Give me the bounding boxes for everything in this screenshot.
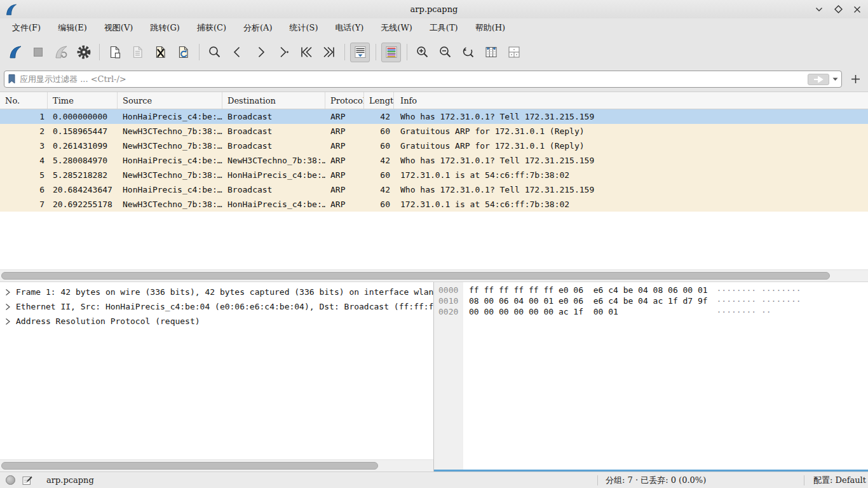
column-header-no[interactable]: No.: [0, 92, 48, 109]
status-filename[interactable]: arp.pcapng: [46, 475, 94, 485]
restart-capture-icon[interactable]: [51, 43, 71, 62]
capture-options-icon[interactable]: [74, 43, 93, 62]
detail-text: Ethernet II, Src: HonHaiPrecis_c4:be:04 …: [16, 302, 433, 311]
save-file-icon[interactable]: [128, 43, 147, 62]
hex-dump: ff ff ff ff ff ff e0 06 e6 c4 be 04 08 0…: [463, 282, 868, 471]
capture-comment-icon[interactable]: [22, 475, 32, 485]
display-filter-input[interactable]: [16, 74, 808, 84]
add-filter-button-icon[interactable]: [848, 72, 863, 87]
packet-cell-length: 60: [364, 197, 394, 212]
status-profile[interactable]: 配置: Default: [813, 475, 866, 486]
find-packet-icon[interactable]: [205, 43, 224, 62]
filter-dropdown-caret-icon[interactable]: [832, 78, 839, 81]
expand-chevron-icon[interactable]: [5, 303, 11, 311]
colorize-toggle-icon[interactable]: [381, 43, 401, 62]
go-to-packet-icon[interactable]: [273, 43, 293, 62]
detail-text: Address Resolution Protocol (request): [16, 316, 200, 326]
expand-chevron-icon[interactable]: [5, 288, 11, 296]
menu-telephony[interactable]: 电话(Y): [330, 20, 370, 36]
column-header-length[interactable]: Length: [364, 92, 394, 109]
packet-row[interactable]: 30.261431099NewH3CTechno_7b:38:…Broadcas…: [0, 139, 868, 153]
column-header-time[interactable]: Time: [48, 92, 118, 109]
hex-offset: 0020: [434, 307, 463, 318]
packet-list: 10.000000000HonHaiPrecis_c4:be:…Broadcas…: [0, 109, 868, 212]
packet-cell-length: 42: [364, 109, 394, 124]
detail-tree-item[interactable]: Address Resolution Protocol (request): [0, 314, 433, 329]
layout-icon[interactable]: [504, 43, 524, 62]
scrollbar-thumb[interactable]: [1, 272, 830, 280]
packet-row[interactable]: 20.158965447NewH3CTechno_7b:38:…Broadcas…: [0, 124, 868, 139]
packet-cell-info: Gratuitous ARP for 172.31.0.1 (Reply): [394, 124, 868, 139]
resize-columns-icon[interactable]: [481, 43, 501, 62]
go-back-icon[interactable]: [227, 43, 247, 62]
packet-cell-no: 1: [0, 109, 48, 124]
packet-cell-length: 60: [364, 139, 394, 153]
menu-wireless[interactable]: 无线(W): [375, 20, 418, 36]
packet-cell-source: NewH3CTechno_7b:38:…: [118, 168, 222, 182]
menu-file[interactable]: 文件(F): [6, 20, 46, 36]
zoom-out-icon[interactable]: [435, 43, 455, 62]
menu-tools[interactable]: 工具(T): [424, 20, 464, 36]
packet-row[interactable]: 55.285218282NewH3CTechno_7b:38:…HonHaiPr…: [0, 168, 868, 182]
apply-filter-icon[interactable]: [808, 74, 829, 85]
hex-ascii[interactable]: ········ ··: [717, 307, 771, 318]
hex-bytes[interactable]: 08 00 06 04 00 01 e0 06 e6 c4 be 04 ac 1…: [469, 296, 713, 307]
packet-list-hscrollbar[interactable]: [0, 269, 868, 281]
hex-row[interactable]: ff ff ff ff ff ff e0 06 e6 c4 be 04 08 0…: [463, 285, 868, 296]
go-last-packet-icon[interactable]: [319, 43, 339, 62]
expand-chevron-icon[interactable]: [5, 318, 11, 325]
detail-tree-item[interactable]: Ethernet II, Src: HonHaiPrecis_c4:be:04 …: [0, 299, 433, 314]
titlebar: arp.pcapng: [0, 0, 868, 18]
bookmark-icon[interactable]: [8, 74, 16, 85]
minimize-icon[interactable]: [815, 5, 824, 14]
packet-row[interactable]: 720.692255178NewH3CTechno_7b:38:…HonHaiP…: [0, 197, 868, 212]
zoom-in-icon[interactable]: [412, 43, 432, 62]
packet-row[interactable]: 45.280084970HonHaiPrecis_c4:be:…NewH3CTe…: [0, 153, 868, 168]
maximize-icon[interactable]: [834, 5, 843, 14]
zoom-reset-icon[interactable]: [458, 43, 478, 62]
window-title: arp.pcapng: [0, 4, 868, 14]
menu-capture[interactable]: 捕获(C): [191, 20, 232, 36]
packet-cell-time: 20.692255178: [48, 197, 118, 212]
hex-row[interactable]: 00 00 00 00 00 00 ac 1f 00 01········ ··: [463, 307, 868, 318]
hex-bytes[interactable]: 00 00 00 00 00 00 ac 1f 00 01: [469, 307, 713, 318]
column-header-destination[interactable]: Destination: [222, 92, 325, 109]
start-capture-icon[interactable]: [5, 43, 25, 62]
details-hscrollbar[interactable]: [0, 459, 433, 471]
packet-cell-source: HonHaiPrecis_c4:be:…: [118, 153, 222, 168]
packet-cell-info: 172.31.0.1 is at 54:c6:ff:7b:38:02: [394, 197, 868, 212]
packet-list-header: No. Time Source Destination Protocol Len…: [0, 92, 868, 109]
open-file-icon[interactable]: [105, 43, 125, 62]
auto-scroll-toggle-icon[interactable]: [350, 43, 370, 62]
column-header-info[interactable]: Info: [394, 92, 868, 109]
packet-row[interactable]: 10.000000000HonHaiPrecis_c4:be:…Broadcas…: [0, 109, 868, 124]
hex-ascii[interactable]: ········ ········: [717, 285, 801, 296]
packet-cell-destination: HonHaiPrecis_c4:be:…: [222, 168, 325, 182]
hex-bytes[interactable]: ff ff ff ff ff ff e0 06 e6 c4 be 04 08 0…: [469, 285, 713, 296]
menu-view[interactable]: 视图(V): [98, 20, 139, 36]
menu-analyze[interactable]: 分析(A): [238, 20, 278, 36]
menu-help[interactable]: 帮助(H): [470, 20, 511, 36]
stop-capture-icon[interactable]: [28, 43, 48, 62]
menu-go[interactable]: 跳转(G): [144, 20, 186, 36]
go-forward-icon[interactable]: [250, 43, 270, 62]
close-icon[interactable]: [853, 5, 862, 14]
packet-row[interactable]: 620.684243647HonHaiPrecis_c4:be:…Broadca…: [0, 182, 868, 197]
menu-edit[interactable]: 编辑(E): [52, 20, 93, 36]
hex-row[interactable]: 08 00 06 04 00 01 e0 06 e6 c4 be 04 ac 1…: [463, 296, 868, 307]
display-filter-field[interactable]: [4, 71, 842, 88]
hex-ascii[interactable]: ········ ········: [717, 296, 801, 307]
packet-cell-source: NewH3CTechno_7b:38:…: [118, 124, 222, 139]
reload-file-icon[interactable]: [173, 43, 193, 62]
column-header-source[interactable]: Source: [118, 92, 222, 109]
toolbar-separator: [344, 44, 345, 60]
packet-cell-info: Who has 172.31.0.1? Tell 172.31.215.159: [394, 153, 868, 168]
menu-statistics[interactable]: 统计(S): [284, 20, 324, 36]
scrollbar-thumb[interactable]: [1, 462, 378, 470]
menubar: 文件(F) 编辑(E) 视图(V) 跳转(G) 捕获(C) 分析(A) 统计(S…: [0, 18, 868, 37]
expert-info-icon[interactable]: [6, 475, 15, 485]
close-file-icon[interactable]: [151, 43, 170, 62]
go-first-packet-icon[interactable]: [296, 43, 316, 62]
column-header-protocol[interactable]: Protocol: [325, 92, 364, 109]
detail-tree-item[interactable]: Frame 1: 42 bytes on wire (336 bits), 42…: [0, 285, 433, 299]
